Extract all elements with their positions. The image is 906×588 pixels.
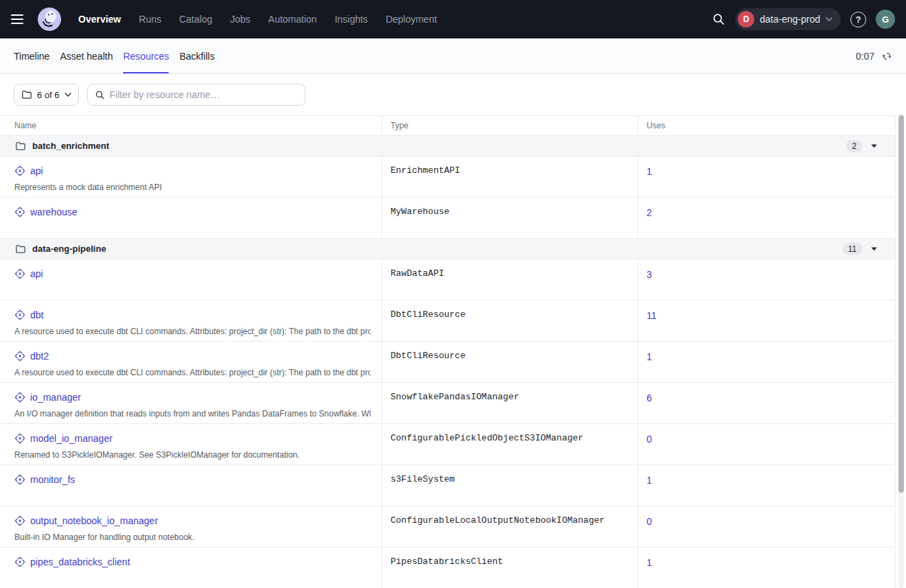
vertical-scrollbar-thumb[interactable]: [898, 115, 904, 493]
tabbar-right-cluster: 0:07: [856, 51, 892, 62]
resource-uses-link[interactable]: 2: [647, 207, 652, 218]
workspace-name: data-eng-prod: [760, 14, 820, 25]
resource-name-cell: output_notebook_io_manager Built-in IO M…: [0, 506, 382, 547]
resource-description: A resource used to execute dbt CLI comma…: [14, 368, 371, 377]
resource-name-cell: pipes_databricks_client: [0, 548, 382, 588]
nav-item-automation[interactable]: Automation: [268, 14, 317, 25]
column-header-type: Type: [382, 116, 638, 135]
group-count-badge: 11: [843, 243, 862, 255]
resource-row-monitor-fs: monitor_fs s3FileSystem 1: [0, 465, 896, 506]
main-nav: OverviewRunsCatalogJobsAutomationInsight…: [78, 14, 437, 25]
tab-resources[interactable]: Resources: [123, 38, 169, 73]
resource-name-cell: monitor_fs: [0, 465, 382, 506]
resource-row-output-notebook-io-manager: output_notebook_io_manager Built-in IO M…: [0, 506, 896, 548]
tab-timeline[interactable]: Timeline: [14, 38, 49, 73]
refresh-timer: 0:07: [856, 51, 874, 62]
resource-name-link[interactable]: dbt: [30, 309, 43, 320]
resource-uses-cell: 1: [638, 465, 896, 506]
resource-crosshair-icon: [14, 309, 25, 320]
tab-backfills[interactable]: Backfills: [179, 38, 214, 73]
resource-name-cell: dbt A resource used to execute dbt CLI c…: [0, 301, 382, 341]
resource-search-input[interactable]: [110, 89, 298, 100]
nav-item-overview[interactable]: Overview: [78, 14, 121, 25]
nav-item-insights[interactable]: Insights: [335, 14, 368, 25]
filter-bar: 6 of 6: [0, 74, 906, 115]
resource-name-link[interactable]: warehouse: [30, 207, 78, 217]
tab-asset-health[interactable]: Asset health: [60, 38, 113, 73]
resource-description: Renamed to S3PickleIOManager. See S3Pick…: [14, 450, 371, 460]
resource-uses-cell: 0: [638, 506, 896, 547]
resource-name-link[interactable]: io_manager: [30, 392, 81, 403]
resource-row-api: api Represents a mock data enrichment AP…: [0, 156, 896, 198]
resource-crosshair-icon: [14, 515, 25, 526]
resource-uses-link[interactable]: 1: [647, 475, 652, 486]
workspace-badge: D: [738, 11, 754, 27]
resource-crosshair-icon: [14, 207, 25, 217]
resource-description: A resource used to execute dbt CLI comma…: [14, 327, 371, 336]
resource-name-link[interactable]: dbt2: [30, 351, 49, 362]
resource-name-cell: model_io_manager Renamed to S3PickleIOMa…: [0, 424, 382, 464]
caret-down-icon[interactable]: [871, 144, 877, 148]
resource-uses-cell: 3: [638, 259, 896, 300]
nav-item-deployment[interactable]: Deployment: [386, 14, 437, 25]
resource-search-box: [87, 84, 305, 106]
chevron-down-icon: [65, 93, 71, 97]
resource-uses-link[interactable]: 6: [647, 392, 652, 403]
group-row-batch-enrichment[interactable]: batch_enrichment 2: [0, 136, 896, 156]
resource-uses-link[interactable]: 0: [647, 516, 652, 527]
group-filter-dropdown[interactable]: 6 of 6: [14, 84, 79, 106]
group-name: batch_enrichment: [32, 141, 109, 151]
resource-row-model-io-manager: model_io_manager Renamed to S3PickleIOMa…: [0, 424, 896, 465]
resource-description: An I/O manager definition that reads inp…: [14, 409, 371, 419]
resource-crosshair-icon: [14, 433, 25, 444]
hamburger-menu-button[interactable]: [11, 10, 29, 28]
resource-uses-cell: 2: [638, 198, 896, 238]
resource-uses-link[interactable]: 1: [647, 166, 652, 177]
resource-uses-link[interactable]: 1: [647, 557, 652, 568]
resource-name-link[interactable]: monitor_fs: [30, 474, 75, 485]
resource-row-pipes-databricks-client: pipes_databricks_client PipesDatabricksC…: [0, 548, 896, 588]
user-avatar[interactable]: G: [876, 10, 895, 29]
resource-type-cell: DbtCliResource: [382, 342, 638, 382]
resource-uses-cell: 6: [638, 383, 896, 423]
resource-name-link[interactable]: output_notebook_io_manager: [30, 515, 158, 526]
resource-uses-link[interactable]: 3: [647, 269, 652, 280]
resource-uses-link[interactable]: 11: [647, 310, 657, 321]
group-filter-label: 6 of 6: [37, 90, 60, 100]
resource-crosshair-icon: [14, 165, 25, 176]
refresh-icon[interactable]: [881, 51, 892, 62]
resource-row-api: api RawDataAPI 3: [0, 259, 896, 301]
caret-down-icon[interactable]: [871, 247, 877, 251]
help-icon[interactable]: ?: [850, 12, 866, 27]
resource-name-cell: api Represents a mock data enrichment AP…: [0, 156, 382, 197]
resource-type-cell: EnrichmentAPI: [382, 156, 638, 197]
folder-icon: [15, 141, 26, 152]
resource-uses-cell: 1: [638, 156, 896, 197]
resource-uses-link[interactable]: 0: [647, 434, 652, 445]
workspace-switcher[interactable]: D data-eng-prod: [735, 8, 841, 30]
nav-item-jobs[interactable]: Jobs: [230, 14, 251, 25]
resource-name-cell: io_manager An I/O manager definition tha…: [0, 383, 382, 423]
resource-uses-cell: 1: [638, 342, 896, 382]
resource-description: Represents a mock data enrichment API: [14, 183, 371, 192]
resource-crosshair-icon: [14, 556, 25, 567]
resource-type-cell: DbtCliResource: [382, 301, 638, 341]
resource-crosshair-icon: [14, 351, 25, 362]
resource-uses-link[interactable]: 1: [647, 351, 652, 362]
resource-name-link[interactable]: api: [30, 268, 43, 279]
search-icon[interactable]: [712, 12, 725, 26]
resource-type-cell: ConfigurableLocalOutputNotebookIOManager: [382, 506, 638, 547]
resource-type-cell: PipesDatabricksClient: [382, 548, 638, 588]
resource-name-link[interactable]: api: [30, 165, 43, 176]
resource-uses-cell: 0: [638, 424, 896, 464]
dagster-resources-page: OverviewRunsCatalogJobsAutomationInsight…: [0, 0, 906, 588]
nav-item-runs[interactable]: Runs: [139, 14, 161, 25]
resource-name-link[interactable]: model_io_manager: [30, 433, 113, 444]
resource-name-link[interactable]: pipes_databricks_client: [30, 556, 130, 567]
resource-uses-cell: 11: [638, 301, 896, 341]
nav-item-catalog[interactable]: Catalog: [179, 14, 212, 25]
dagster-octopus-logo[interactable]: [37, 7, 62, 32]
tabs: TimelineAsset healthResourcesBackfills: [14, 38, 215, 73]
resources-table: Name Type Uses batch_enrichment 2: [0, 115, 896, 588]
group-row-data-eng-pipeline[interactable]: data-eng-pipeline 11: [0, 239, 896, 259]
